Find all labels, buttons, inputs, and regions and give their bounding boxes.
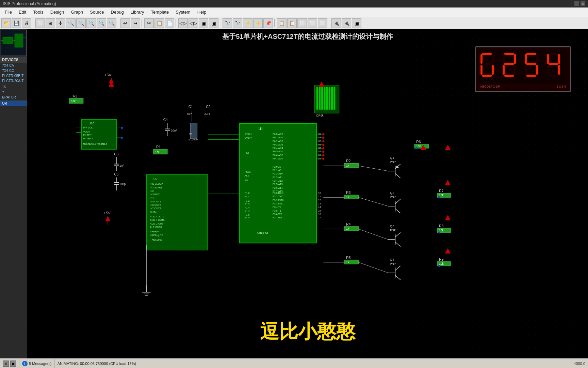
svg-text:R1: R1 bbox=[156, 145, 161, 149]
svg-text:P3.0/RXD: P3.0/RXD bbox=[273, 191, 283, 195]
menu-item-graph[interactable]: Graph bbox=[67, 8, 86, 16]
toolbar-button-29[interactable]: 📌 bbox=[263, 18, 273, 28]
toolbar-button-9[interactable]: 🔍 bbox=[86, 18, 96, 28]
toolbar-button-27[interactable]: ⚡ bbox=[243, 18, 252, 28]
toolbar-button-21[interactable]: ◁▷ bbox=[189, 18, 198, 28]
device-item-16[interactable]: 16 bbox=[0, 85, 27, 90]
toolbar-button-20[interactable]: ◁▷ bbox=[178, 18, 188, 28]
menu-item-template[interactable]: Template bbox=[148, 8, 173, 16]
svg-text:P1.4: P1.4 bbox=[245, 206, 250, 209]
toolbar-button-14[interactable]: ↪ bbox=[131, 18, 140, 28]
svg-text:10k: 10k bbox=[439, 262, 444, 265]
svg-rect-2 bbox=[15, 34, 23, 47]
toolbar-button-6[interactable]: ✛ bbox=[56, 18, 65, 28]
svg-rect-262 bbox=[549, 63, 558, 65]
svg-rect-245 bbox=[504, 53, 514, 55]
svg-rect-243 bbox=[492, 65, 494, 75]
svg-point-224 bbox=[438, 231, 440, 233]
toolbar-button-8[interactable]: 🔍 bbox=[76, 18, 86, 28]
svg-text:ADD A OUT5: ADD A OUT5 bbox=[150, 215, 164, 218]
schematic-canvas[interactable]: 基于51单片机+ASC712T的电流过载检测计的设计与制作 +5V R2 10k bbox=[27, 29, 588, 358]
canvas-area: 基于51单片机+ASC712T的电流过载检测计的设计与制作 +5V R2 10k bbox=[27, 29, 588, 358]
toolbar-button-5[interactable]: ⊞ bbox=[46, 18, 55, 28]
svg-text:C3: C3 bbox=[114, 152, 118, 156]
svg-text:P3.6/WR: P3.6/WR bbox=[273, 213, 282, 216]
svg-text:PNP: PNP bbox=[390, 196, 396, 199]
device-item-y[interactable]: Y bbox=[0, 90, 27, 95]
toolbar-button-17[interactable]: 📋 bbox=[154, 18, 164, 28]
toolbar-button-1[interactable]: 💾 bbox=[12, 18, 21, 28]
minimize-button[interactable]: − bbox=[574, 1, 579, 6]
device-item-elctr05bt[interactable]: ELCTR-05B-T bbox=[0, 73, 27, 78]
toolbar-button-0[interactable]: 📂 bbox=[1, 18, 11, 28]
svg-text:P0.6/AD6: P0.6/AD6 bbox=[273, 154, 283, 157]
menu-item-edit[interactable]: Edit bbox=[15, 8, 30, 16]
playback-controls: ⏸ ⏹ bbox=[0, 359, 19, 368]
schematic-title: 基于51单片机+ASC712T的电流过载检测计的设计与制作 bbox=[222, 32, 393, 41]
svg-point-218 bbox=[322, 154, 324, 156]
device-item-or[interactable]: OR bbox=[0, 101, 27, 106]
svg-text:P0.1/AD1: P0.1/AD1 bbox=[273, 136, 283, 139]
svg-rect-144 bbox=[321, 87, 323, 110]
toolbar-button-22[interactable]: ▣ bbox=[199, 18, 208, 28]
device-thumbnail bbox=[1, 30, 27, 56]
left-panel: DEVICES 7X4-CA 7X4-CC ELCTR-05B-T ELCTR-… bbox=[0, 29, 27, 358]
svg-rect-71 bbox=[190, 123, 197, 139]
toolbar-button-31[interactable]: 📋 bbox=[277, 18, 287, 28]
toolbar-button-35[interactable]: ⬜ bbox=[318, 18, 327, 28]
toolbar-button-33[interactable]: ⬜ bbox=[297, 18, 307, 28]
svg-text:P1.6: P1.6 bbox=[245, 213, 250, 216]
toolbar-button-10[interactable]: 🔍 bbox=[97, 18, 106, 28]
svg-text:IN7   OUT3: IN7 OUT3 bbox=[150, 207, 161, 210]
svg-text:P3.5/T1: P3.5/T1 bbox=[273, 209, 281, 212]
menu-item-help[interactable]: Help bbox=[194, 8, 210, 16]
toolbar-button-4[interactable]: ⬜ bbox=[35, 18, 45, 28]
svg-text:C4: C4 bbox=[163, 118, 168, 122]
pause-button[interactable]: ⏸ bbox=[3, 361, 9, 367]
menu-item-file[interactable]: File bbox=[1, 8, 15, 16]
toolbar-button-11[interactable]: 🔍 bbox=[107, 18, 116, 28]
svg-rect-250 bbox=[514, 65, 516, 75]
toolbar-button-37[interactable]: 🔌 bbox=[331, 18, 341, 28]
toolbar-button-34[interactable]: ⬜ bbox=[308, 18, 317, 28]
svg-rect-257 bbox=[536, 65, 538, 75]
menu-item-tools[interactable]: Tools bbox=[30, 8, 47, 16]
menu-item-source[interactable]: Source bbox=[86, 8, 107, 16]
svg-text:ALE   OUT8: ALE OUT8 bbox=[150, 226, 162, 229]
svg-rect-145 bbox=[324, 87, 325, 110]
svg-text:P2.5/A13: P2.5/A13 bbox=[273, 183, 283, 186]
menu-item-debug[interactable]: Debug bbox=[108, 8, 127, 16]
toolbar-button-23[interactable]: ▣ bbox=[209, 18, 218, 28]
svg-rect-149 bbox=[333, 87, 335, 110]
menu-item-system[interactable]: System bbox=[172, 8, 194, 16]
device-item-elctr20at[interactable]: ELCTR-20A-T bbox=[0, 78, 27, 83]
menu-item-library[interactable]: Library bbox=[127, 8, 148, 16]
menu-item-design[interactable]: Design bbox=[47, 8, 67, 16]
toolbar-button-18[interactable]: 📄 bbox=[165, 18, 174, 28]
toolbar-separator bbox=[118, 19, 119, 27]
toolbar-button-7[interactable]: 🔍 bbox=[66, 18, 76, 28]
toolbar-button-16[interactable]: ✂ bbox=[144, 18, 154, 28]
toolbar-button-32[interactable]: 📋 bbox=[287, 18, 297, 28]
svg-text:15: 15 bbox=[318, 209, 321, 212]
svg-text:U1: U1 bbox=[259, 127, 263, 131]
toolbar-button-39[interactable]: ▣ bbox=[352, 18, 361, 28]
svg-text:1k: 1k bbox=[346, 164, 349, 167]
svg-text:100pF: 100pF bbox=[119, 183, 127, 186]
device-item-erator[interactable]: ERATOR bbox=[0, 95, 27, 100]
svg-rect-261 bbox=[558, 54, 560, 64]
svg-rect-143 bbox=[319, 87, 321, 110]
toolbar-button-26[interactable]: 🔭 bbox=[233, 18, 242, 28]
toolbar-button-2[interactable]: 🖨 bbox=[22, 18, 31, 28]
toolbar-separator bbox=[33, 19, 34, 27]
toolbar-button-25[interactable]: 🔭 bbox=[223, 18, 232, 28]
toolbar-button-38[interactable]: 🔌 bbox=[342, 18, 351, 28]
toolbar-button-13[interactable]: ↩ bbox=[120, 18, 130, 28]
close-button[interactable]: × bbox=[581, 1, 585, 6]
toolbar-button-28[interactable]: ⚡ bbox=[253, 18, 263, 28]
svg-text:R2: R2 bbox=[73, 94, 77, 98]
main-area: DEVICES 7X4-CA 7X4-CC ELCTR-05B-T ELCTR-… bbox=[0, 29, 588, 358]
device-item-7x4cc[interactable]: 7X4-CC bbox=[0, 68, 27, 73]
device-item-7x4ca[interactable]: 7X4-CA bbox=[0, 63, 27, 68]
stop-button[interactable]: ⏹ bbox=[10, 361, 16, 367]
